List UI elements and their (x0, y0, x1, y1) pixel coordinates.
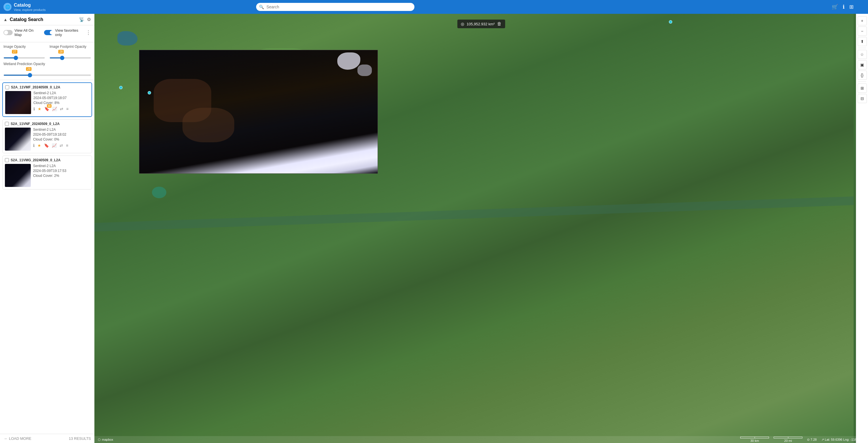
wetland-opacity-slider[interactable] (3, 75, 91, 76)
logo-icon: 🌐 (3, 3, 11, 11)
search-input[interactable] (256, 3, 414, 11)
item-thumbnail-1 (5, 91, 31, 114)
nav-title: Catalog View, explore products (14, 2, 45, 11)
sliders-section: Image Opacity 27 Image Footprint Opacity… (0, 42, 94, 80)
item-cloud-2: Cloud Cover: 0% (33, 138, 68, 141)
view-all-toggle[interactable] (3, 30, 13, 35)
image-opacity-value: 27 (12, 50, 17, 54)
item-datetime-2: 2024-05-09T19:18:02 (33, 132, 68, 137)
app-title: Catalog (14, 2, 45, 8)
footprint-opacity-value: 28 (58, 50, 64, 54)
item-checkbox-3[interactable] (5, 158, 9, 162)
item-cloud-3: Cloud Cover: 2% (33, 174, 66, 178)
info-action-icon-1[interactable]: ℹ (33, 107, 35, 111)
more-options-button[interactable]: ⋮ (86, 29, 91, 36)
map-background: ◎ 105,952.932 km² 🗑 + − ⬆ ☆ ▣ {} ⊞ ⊟ ⬡ (94, 14, 434, 222)
footprint-opacity-label: Image Footprint Opacity (50, 45, 91, 49)
left-panel: ▲ Catalog Search 📡 ⚙ View All On Map (0, 14, 94, 222)
wetland-label: Wetland Prediction Opacity (3, 62, 91, 66)
info-action-icon-2[interactable]: ℹ (33, 143, 34, 148)
item-datetime-1: 2024-05-09T19:18:07 (33, 96, 68, 100)
main-content: ▲ Catalog Search 📡 ⚙ View All On Map (0, 14, 434, 222)
bookmark-icon-2[interactable]: 🔖 (44, 143, 49, 148)
panel-controls: View All On Map View favorites only ⋮ (0, 25, 94, 42)
search-icon: 🔍 (259, 5, 264, 9)
item-thumbnail-2 (5, 127, 31, 151)
broadcast-icon[interactable]: 📡 (79, 17, 85, 22)
results-list: S2A_11VMF_20240509_0_L2A Sentinel-2 L2A … (0, 80, 94, 222)
panel-header-actions: 📡 ⚙ (79, 17, 91, 22)
item-checkbox-2[interactable] (5, 122, 9, 126)
image-opacity-group: Image Opacity 27 (3, 45, 45, 60)
map-area[interactable]: ◎ 105,952.932 km² 🗑 + − ⬆ ☆ ▣ {} ⊞ ⊟ ⬡ (94, 14, 434, 222)
layers-icon-1[interactable]: ≡ (66, 107, 68, 111)
item-title-1: S2A_11VMF_20240509_0_L2A (11, 85, 60, 89)
nav-bar: 🌐 Catalog View, explore products 🔍 🛒 ℹ ⊞… (0, 0, 434, 14)
image-opacity-slider[interactable] (3, 57, 45, 58)
item-checkbox-1[interactable] (5, 85, 9, 89)
list-item[interactable]: S2A_11VMF_20240509_0_L2A Sentinel-2 L2A … (2, 82, 92, 117)
star-icon-2[interactable]: ★ (37, 143, 41, 148)
wetland-opacity-group: Wetland Prediction Opacity 29 (3, 62, 91, 77)
compare-icon-2[interactable]: ⇄ (60, 143, 63, 148)
panel-header: ▲ Catalog Search 📡 ⚙ (0, 14, 94, 25)
star-icon-1[interactable]: ★ (38, 107, 41, 111)
satellite-image-overlay (139, 50, 378, 174)
footprint-opacity-group: Image Footprint Opacity 28 (50, 45, 91, 60)
nav-logo[interactable]: 🌐 Catalog View, explore products (3, 2, 45, 11)
favorites-toggle-wrap: View favorites only (44, 28, 83, 37)
item-title-2: S2A_11VNF_20240509_0_L2A (11, 122, 60, 126)
chart-icon-2[interactable]: 📈 (52, 143, 57, 148)
item-datetime-3: 2024-05-09T19:17:53 (33, 169, 66, 173)
map-control-point[interactable] (148, 91, 151, 94)
item-thumbnail-3 (5, 164, 31, 187)
favorites-toggle[interactable] (44, 30, 53, 35)
item-sensor-3: Sentinel-2 L2A (33, 164, 66, 168)
list-item[interactable]: S2A_11VNF_20240509_0_L2A Sentinel-2 L2A … (2, 119, 92, 153)
item-title-3: S2A_11VMG_20240509_0_L2A (11, 158, 60, 162)
map-control-point[interactable] (119, 86, 123, 89)
collapse-button[interactable]: ▲ (3, 17, 7, 22)
bookmark-icon-1[interactable]: 🔖 30 (44, 107, 49, 111)
item-sensor-2: Sentinel-2 L2A (33, 127, 68, 131)
favorites-label: View favorites only (55, 28, 83, 37)
image-opacity-label: Image Opacity (3, 45, 45, 49)
view-all-toggle-wrap: View All On Map (3, 28, 39, 37)
view-all-label: View All On Map (14, 28, 39, 37)
footprint-opacity-slider[interactable] (50, 57, 91, 58)
chart-icon-1[interactable]: 📈 (52, 107, 57, 111)
filter-icon[interactable]: ⚙ (87, 17, 91, 22)
panel-title: Catalog Search (10, 17, 76, 22)
compare-icon-1[interactable]: ⇄ (60, 107, 63, 111)
list-item[interactable]: S2A_11VMG_20240509_0_L2A Sentinel-2 L2A … (2, 155, 92, 189)
badge-1: 30 (47, 104, 52, 108)
app-subtitle: View, explore products (14, 8, 45, 11)
wetland-value: 29 (26, 67, 32, 71)
nav-search-area: 🔍 (256, 3, 414, 11)
layers-icon-2[interactable]: ≡ (66, 143, 68, 148)
item-sensor-1: Sentinel-2 L2A (33, 91, 68, 95)
